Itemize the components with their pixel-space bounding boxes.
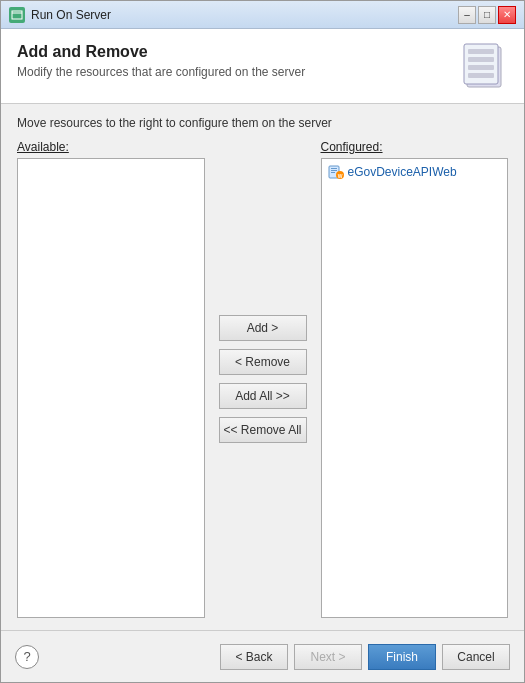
configured-item-name: eGovDeviceAPIWeb bbox=[348, 165, 457, 179]
minimize-button[interactable]: – bbox=[458, 6, 476, 24]
app-icon: W bbox=[328, 164, 344, 180]
remove-all-button[interactable]: << Remove All bbox=[219, 417, 307, 443]
window-icon bbox=[9, 7, 25, 23]
page-subtitle: Modify the resources that are configured… bbox=[17, 65, 305, 79]
available-label: Available: bbox=[17, 140, 205, 154]
help-icon: ? bbox=[23, 649, 30, 664]
cancel-button[interactable]: Cancel bbox=[442, 644, 510, 670]
list-item[interactable]: W eGovDeviceAPIWeb bbox=[322, 161, 508, 183]
svg-rect-11 bbox=[468, 73, 494, 78]
title-bar: Run On Server – □ ✕ bbox=[1, 1, 524, 29]
next-button[interactable]: Next > bbox=[294, 644, 362, 670]
instruction-text: Move resources to the right to configure… bbox=[17, 116, 508, 130]
maximize-button[interactable]: □ bbox=[478, 6, 496, 24]
close-button[interactable]: ✕ bbox=[498, 6, 516, 24]
svg-rect-8 bbox=[468, 49, 494, 54]
svg-rect-14 bbox=[331, 170, 337, 171]
window-title: Run On Server bbox=[31, 8, 458, 22]
header-text: Add and Remove Modify the resources that… bbox=[17, 43, 305, 79]
svg-rect-9 bbox=[468, 57, 494, 62]
footer: ? < Back Next > Finish Cancel bbox=[1, 630, 524, 682]
svg-rect-0 bbox=[12, 11, 22, 19]
add-button[interactable]: Add > bbox=[219, 315, 307, 341]
header-section: Add and Remove Modify the resources that… bbox=[1, 29, 524, 104]
configured-label: Configured: bbox=[321, 140, 509, 154]
columns-area: Available: Add > < Remove Add All >> << … bbox=[17, 140, 508, 618]
configured-section: Configured: W bbox=[321, 140, 509, 618]
add-all-button[interactable]: Add All >> bbox=[219, 383, 307, 409]
available-list[interactable] bbox=[17, 158, 205, 618]
window: Run On Server – □ ✕ Add and Remove Modif… bbox=[0, 0, 525, 683]
svg-rect-10 bbox=[468, 65, 494, 70]
finish-button[interactable]: Finish bbox=[368, 644, 436, 670]
footer-buttons: < Back Next > Finish Cancel bbox=[220, 644, 510, 670]
page-title: Add and Remove bbox=[17, 43, 305, 61]
transfer-buttons: Add > < Remove Add All >> << Remove All bbox=[205, 140, 321, 618]
svg-rect-15 bbox=[331, 172, 335, 173]
content-area: Move resources to the right to configure… bbox=[1, 104, 524, 630]
title-bar-buttons: – □ ✕ bbox=[458, 6, 516, 24]
svg-rect-13 bbox=[331, 168, 337, 169]
server-icon bbox=[463, 43, 505, 91]
back-button[interactable]: < Back bbox=[220, 644, 288, 670]
header-icon bbox=[460, 43, 508, 91]
available-section: Available: bbox=[17, 140, 205, 618]
svg-text:W: W bbox=[337, 173, 342, 179]
configured-list[interactable]: W eGovDeviceAPIWeb bbox=[321, 158, 509, 618]
remove-button[interactable]: < Remove bbox=[219, 349, 307, 375]
help-button[interactable]: ? bbox=[15, 645, 39, 669]
